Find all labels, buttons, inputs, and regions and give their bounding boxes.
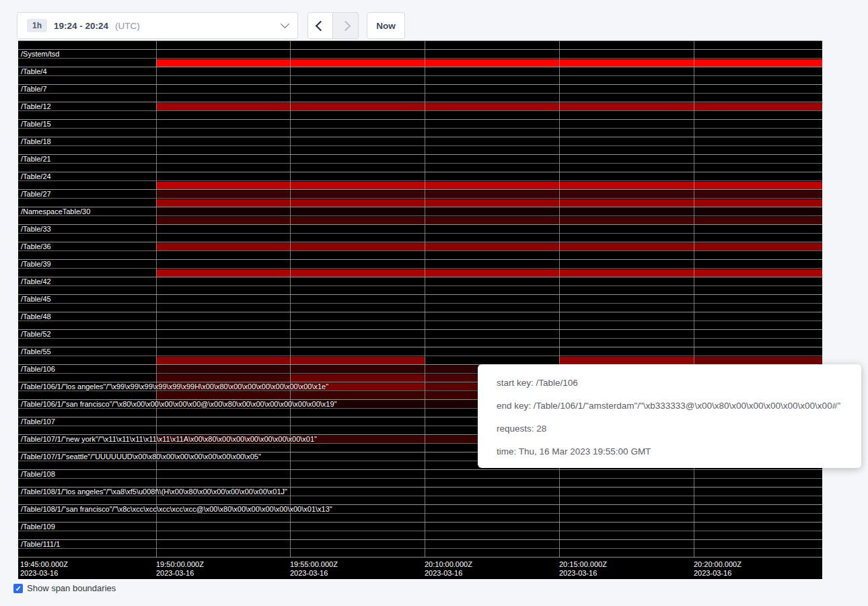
span-row[interactable]: /Table/109 (18, 522, 822, 539)
time-gridline (694, 40, 694, 557)
span-bucket[interactable] (18, 496, 822, 504)
span-bucket[interactable] (18, 347, 822, 356)
span-bucket[interactable] (18, 154, 822, 163)
heat-band (156, 208, 822, 215)
span-bucket[interactable] (18, 49, 822, 58)
span-bucket[interactable] (18, 233, 822, 242)
heat-band (156, 374, 290, 382)
span-bucket[interactable] (18, 294, 822, 303)
span-row[interactable]: /Table/39 (18, 259, 822, 277)
span-row[interactable]: /Table/42 (18, 277, 822, 294)
span-bucket[interactable] (18, 338, 822, 347)
time-axis: 19:45:00.000Z2023-03-1619:50:00.000Z2023… (18, 557, 822, 579)
span-row[interactable]: /Table/7 (18, 84, 822, 102)
span-row[interactable]: /Table/108 (18, 469, 822, 487)
span-bucket[interactable] (18, 242, 822, 250)
span-bucket[interactable] (18, 531, 822, 539)
time-tick-label: 20:20:00.000Z2023-03-16 (694, 560, 742, 578)
span-bucket[interactable] (18, 250, 822, 259)
span-row[interactable]: /Table/55 (18, 347, 822, 364)
span-bucket[interactable] (18, 522, 822, 531)
span-row[interactable] (18, 40, 822, 49)
span-bucket[interactable] (18, 224, 822, 233)
span-bucket[interactable] (18, 110, 822, 119)
span-bucket[interactable] (18, 67, 822, 75)
span-bucket[interactable] (18, 469, 822, 478)
span-bucket[interactable] (18, 145, 822, 154)
span-bucket[interactable] (18, 513, 822, 522)
time-range-selector[interactable]: 1h 19:24 - 20:24 (UTC) (17, 12, 298, 39)
span-bucket[interactable] (18, 40, 822, 49)
span-row[interactable]: /NamespaceTable/30 (18, 207, 822, 224)
span-row[interactable]: /Table/24 (18, 172, 822, 189)
tooltip-requests: requests: 28 (497, 417, 851, 440)
span-bucket[interactable] (18, 84, 822, 93)
span-bucket[interactable] (18, 93, 822, 102)
heat-band (156, 217, 822, 224)
span-key-label: /Table/52 (21, 330, 51, 338)
span-key-label: /Table/108/1/"los angeles"/"\xa8\xf5\u00… (21, 487, 287, 496)
show-span-boundaries-control[interactable]: ✓ Show span boundaries (13, 583, 116, 593)
now-button[interactable]: Now (367, 12, 405, 39)
span-key-label: /Table/42 (21, 277, 51, 285)
time-tick-label: 20:10:00.000Z2023-03-16 (425, 560, 472, 578)
span-row[interactable]: /Table/108/1/"los angeles"/"\xa8\xf5\u00… (18, 487, 822, 504)
span-key-label: /Table/15 (21, 120, 51, 128)
heat-band (156, 269, 822, 277)
heatmap-plot-area[interactable]: /System/tsd/Table/4/Table/7/Table/12/Tab… (18, 40, 822, 557)
span-row[interactable]: /Table/36 (18, 242, 822, 259)
span-key-label: /Table/7 (21, 85, 47, 93)
span-bucket[interactable] (18, 215, 822, 224)
next-range-button[interactable] (333, 12, 359, 39)
span-bucket[interactable] (18, 207, 822, 215)
span-bucket[interactable] (18, 58, 822, 67)
span-key-label: /Table/27 (21, 190, 51, 198)
span-bucket[interactable] (18, 102, 822, 110)
heat-band (156, 59, 822, 67)
heat-band (156, 357, 290, 364)
span-row[interactable]: /Table/33 (18, 224, 822, 242)
span-row[interactable]: /Table/12 (18, 102, 822, 119)
span-key-label: /Table/111/1 (21, 540, 60, 548)
span-bucket[interactable] (18, 180, 822, 189)
span-row[interactable]: /Table/27 (18, 189, 822, 207)
span-row[interactable]: /Table/18 (18, 137, 822, 154)
span-bucket[interactable] (18, 548, 822, 557)
span-bucket[interactable] (18, 277, 822, 285)
span-bucket[interactable] (18, 321, 822, 329)
span-key-label: /System/tsd (21, 50, 59, 58)
span-bucket[interactable] (18, 137, 822, 145)
show-span-boundaries-checkbox[interactable]: ✓ (13, 584, 23, 593)
span-row[interactable]: /Table/108/1/"san francisco"/"\x8c\xcc\x… (18, 504, 822, 522)
span-row[interactable]: /Table/48 (18, 312, 822, 329)
span-bucket[interactable] (18, 259, 822, 268)
span-bucket[interactable] (18, 329, 822, 338)
span-row[interactable]: /Table/111/1 (18, 539, 822, 557)
span-row[interactable]: /Table/45 (18, 294, 822, 312)
span-bucket[interactable] (18, 198, 822, 207)
span-row[interactable]: /Table/21 (18, 154, 822, 172)
span-bucket[interactable] (18, 128, 822, 137)
span-bucket[interactable] (18, 478, 822, 487)
span-bucket[interactable] (18, 163, 822, 172)
span-bucket[interactable] (18, 119, 822, 128)
prev-range-button[interactable] (308, 12, 333, 39)
key-visualizer-page: 1h 19:24 - 20:24 (UTC) Now /System/tsd/T… (0, 0, 868, 606)
span-bucket[interactable] (18, 312, 822, 321)
span-bucket[interactable] (18, 172, 822, 180)
span-row[interactable]: /Table/4 (18, 67, 822, 84)
key-visualizer-heatmap[interactable]: /System/tsd/Table/4/Table/7/Table/12/Tab… (18, 40, 822, 579)
span-bucket[interactable] (18, 268, 822, 277)
time-tick-label: 19:55:00.000Z2023-03-16 (290, 560, 338, 578)
span-bucket[interactable] (18, 285, 822, 294)
span-row[interactable]: /Table/52 (18, 329, 822, 347)
span-bucket[interactable] (18, 303, 822, 312)
span-bucket[interactable] (18, 75, 822, 84)
span-row[interactable]: /System/tsd (18, 49, 822, 67)
span-bucket[interactable] (18, 189, 822, 198)
span-bucket[interactable] (18, 539, 822, 548)
span-key-label: /Table/107/1/"new york"/"\x11\x11\x11\x1… (21, 435, 317, 443)
span-bucket[interactable] (18, 356, 822, 364)
heat-band (559, 357, 694, 364)
span-row[interactable]: /Table/15 (18, 119, 822, 137)
